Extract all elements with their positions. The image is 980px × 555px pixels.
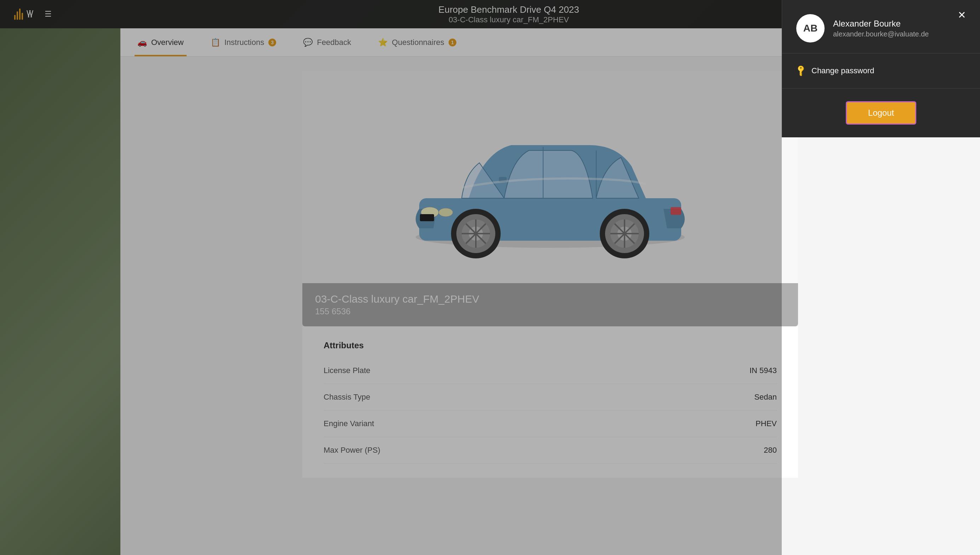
attribute-label-chassis: Chassis Type <box>324 393 371 402</box>
attribute-row-engine: Engine Variant PHEV <box>324 411 777 437</box>
logo-area: \/\/ ☰ <box>0 8 66 20</box>
attribute-row-power: Max Power (PS) 280 <box>324 437 777 464</box>
svg-rect-6 <box>670 207 681 215</box>
logo-chevron: \/\/ <box>27 8 32 20</box>
car-section: 03-C-Class luxury car_FM_2PHEV 155 6536 <box>302 71 798 326</box>
avatar: AB <box>796 14 824 42</box>
logo-bars <box>14 8 23 20</box>
attribute-label-engine: Engine Variant <box>324 419 374 428</box>
logo-bar-4 <box>22 13 23 20</box>
user-name: Alexander Bourke <box>833 19 929 29</box>
instructions-icon: 📋 <box>211 38 220 47</box>
user-panel: ✕ AB Alexander Bourke alexander.bourke@i… <box>782 0 980 137</box>
car-name: 03-C-Class luxury car_FM_2PHEV <box>315 293 785 305</box>
attributes-section: Attributes License Plate IN 5943 Chassis… <box>302 326 798 478</box>
change-password-label: Change password <box>812 66 874 75</box>
car-info-bar: 03-C-Class luxury car_FM_2PHEV 155 6536 <box>302 283 798 326</box>
hamburger-icon[interactable]: ☰ <box>45 10 52 19</box>
questionnaires-badge: 1 <box>449 38 456 47</box>
logo-bar-3 <box>19 8 21 20</box>
logout-section: Logout <box>782 88 980 137</box>
instructions-badge: 3 <box>268 38 276 47</box>
car-number: 155 6536 <box>315 306 785 316</box>
tab-questionnaires-label: Questionnaires <box>392 38 444 47</box>
tab-instructions[interactable]: 📋 Instructions 3 <box>208 28 279 56</box>
questionnaires-icon: ⭐ <box>378 38 388 47</box>
attribute-label-license: License Plate <box>324 366 371 375</box>
tab-instructions-label: Instructions <box>225 38 265 47</box>
tab-feedback-label: Feedback <box>317 38 351 47</box>
key-icon: 🔑 <box>794 64 808 77</box>
tab-overview[interactable]: 🚗 Overview <box>135 28 186 56</box>
tab-feedback[interactable]: 💬 Feedback <box>300 28 354 56</box>
tab-overview-label: Overview <box>151 38 184 47</box>
user-info: AB Alexander Bourke alexander.bourke@iva… <box>782 0 980 53</box>
close-button[interactable]: ✕ <box>954 7 969 22</box>
svg-rect-23 <box>420 214 434 221</box>
logo-bar-2 <box>17 11 18 20</box>
attribute-row-chassis: Chassis Type Sedan <box>324 384 777 411</box>
attribute-value-chassis: Sedan <box>754 393 777 402</box>
user-details: Alexander Bourke alexander.bourke@ivalua… <box>833 19 929 38</box>
logout-button[interactable]: Logout <box>846 101 916 125</box>
change-password-item[interactable]: 🔑 Change password <box>782 53 980 88</box>
logo-bar-1 <box>14 15 16 20</box>
car-image <box>391 88 709 265</box>
car-image-container <box>302 71 798 283</box>
tab-questionnaires[interactable]: ⭐ Questionnaires 1 <box>375 28 459 56</box>
attribute-label-power: Max Power (PS) <box>324 446 380 455</box>
feedback-icon: 💬 <box>303 38 313 47</box>
attribute-row-license: License Plate IN 5943 <box>324 358 777 384</box>
attribute-value-power: 280 <box>763 446 777 455</box>
attribute-value-engine: PHEV <box>755 419 777 428</box>
user-email: alexander.bourke@ivaluate.de <box>833 30 929 38</box>
svg-point-5 <box>439 208 453 217</box>
logo-icon: \/\/ <box>14 8 32 20</box>
overview-icon: 🚗 <box>137 38 147 47</box>
attribute-value-license: IN 5943 <box>749 366 777 375</box>
attributes-title: Attributes <box>324 340 777 350</box>
